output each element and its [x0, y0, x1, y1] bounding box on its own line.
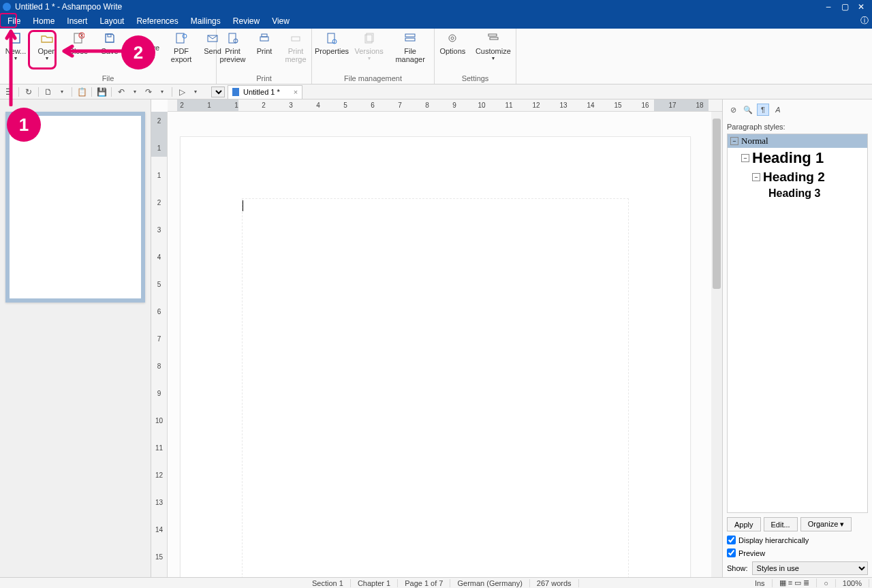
- pdf-export-button[interactable]: PDF export: [166, 29, 197, 74]
- qat-new-icon[interactable]: 🗋: [42, 86, 54, 98]
- options-button[interactable]: Options: [435, 29, 471, 74]
- app-logo-icon: [3, 3, 11, 11]
- menu-mailings[interactable]: Mailings: [185, 15, 227, 27]
- help-icon[interactable]: ⓘ: [858, 15, 871, 27]
- styles-side-panel: ⊘ 🔍 ¶ A Paragraph styles: − Normal − Hea…: [722, 99, 872, 578]
- chk-preview-input[interactable]: [727, 548, 736, 557]
- status-insert-mode[interactable]: Ins: [748, 579, 773, 587]
- qat-paste-icon[interactable]: 📋: [76, 86, 88, 98]
- svg-rect-0: [12, 33, 20, 43]
- status-language[interactable]: German (Germany): [450, 579, 529, 587]
- vertical-ruler[interactable]: 2112345678910111213141516: [151, 112, 168, 578]
- file-manager-label: File manager: [392, 47, 429, 63]
- qat-save-icon[interactable]: 💾: [95, 86, 108, 98]
- status-view-icons[interactable]: ▦ ≡ ▭ ≣: [773, 578, 818, 587]
- properties-button[interactable]: Properties: [312, 29, 352, 74]
- styles-list[interactable]: − Normal − Heading 1 − Heading 2 Heading…: [727, 134, 868, 513]
- qat-undo-icon[interactable]: ↶: [115, 86, 127, 98]
- options-label: Options: [439, 47, 465, 55]
- group-settings-label: Settings: [435, 74, 516, 84]
- menu-layout[interactable]: Layout: [93, 15, 130, 27]
- close-window-button[interactable]: ✕: [853, 2, 869, 12]
- horizontal-ruler[interactable]: 21123456789101112131415161718: [168, 99, 722, 112]
- tree-collapse-icon[interactable]: −: [741, 154, 749, 162]
- new-doc-icon: [9, 31, 22, 45]
- svg-point-18: [449, 35, 456, 42]
- qat-refresh-icon[interactable]: ↻: [22, 86, 35, 98]
- style-heading-3[interactable]: Heading 3: [728, 186, 867, 201]
- qat-dropdown-redo[interactable]: ▾: [156, 86, 168, 98]
- close-doc-button[interactable]: Close: [63, 29, 94, 74]
- style-label-h3: Heading 3: [768, 187, 820, 200]
- svg-rect-10: [262, 34, 267, 37]
- style-heading-2[interactable]: − Heading 2: [728, 168, 867, 186]
- display-hierarchically-checkbox[interactable]: Display hierarchically: [727, 536, 868, 544]
- new-button[interactable]: New... ▾: [0, 29, 31, 74]
- style-heading-1[interactable]: − Heading 1: [728, 148, 867, 168]
- svg-rect-11: [292, 37, 300, 41]
- open-button[interactable]: Open ▾: [31, 29, 63, 74]
- menu-home[interactable]: Home: [27, 15, 61, 27]
- show-label: Show:: [727, 564, 748, 572]
- properties-label: Properties: [315, 47, 349, 55]
- para-styles-icon[interactable]: ¶: [757, 104, 769, 116]
- svg-rect-16: [405, 34, 415, 37]
- tree-collapse-icon[interactable]: −: [752, 173, 760, 181]
- document-page[interactable]: [180, 136, 691, 578]
- preview-checkbox[interactable]: Preview: [727, 548, 868, 557]
- status-zoom-out[interactable]: ○: [817, 579, 836, 587]
- status-section[interactable]: Section 1: [305, 579, 351, 587]
- chk-hier-input[interactable]: [727, 536, 736, 544]
- group-print-label: Print: [217, 74, 311, 84]
- organize-styles-button[interactable]: Organize ▾: [800, 517, 852, 531]
- page-canvas[interactable]: [168, 112, 722, 578]
- menu-review[interactable]: Review: [227, 15, 266, 27]
- svg-rect-9: [260, 37, 268, 41]
- qat-style-select[interactable]: [211, 87, 225, 97]
- menu-file[interactable]: File: [1, 15, 27, 27]
- qat-pane-toggle-icon[interactable]: ☰: [3, 86, 15, 98]
- qat-dropdown-1[interactable]: ▾: [56, 86, 68, 98]
- maximize-button[interactable]: ▢: [837, 2, 853, 12]
- status-zoom[interactable]: 100%: [836, 579, 869, 587]
- style-normal[interactable]: − Normal: [728, 134, 867, 148]
- apply-style-button[interactable]: Apply: [727, 517, 761, 531]
- qat-redo-icon[interactable]: ↷: [142, 86, 155, 98]
- menu-insert[interactable]: Insert: [61, 15, 93, 27]
- qat-dropdown-2[interactable]: ▾: [189, 86, 202, 98]
- tree-collapse-icon[interactable]: −: [730, 137, 738, 145]
- qat-dropdown-undo[interactable]: ▾: [129, 86, 141, 98]
- status-word-count[interactable]: 267 words: [530, 579, 579, 587]
- new-label: New...: [5, 47, 27, 55]
- document-tab-close-icon[interactable]: ×: [294, 88, 298, 96]
- status-chapter[interactable]: Chapter 1: [351, 579, 398, 587]
- customize-button[interactable]: Customize ▾: [471, 29, 516, 74]
- no-style-icon[interactable]: ⊘: [727, 104, 739, 116]
- print-button[interactable]: Print: [249, 29, 280, 74]
- minimize-button[interactable]: –: [820, 2, 837, 12]
- print-preview-button[interactable]: Print preview: [217, 29, 249, 74]
- svg-rect-17: [405, 38, 415, 41]
- menu-references[interactable]: References: [130, 15, 184, 27]
- versions-button: Versions ▾: [352, 29, 386, 74]
- print-merge-button: Print merge: [280, 29, 311, 74]
- show-styles-select[interactable]: Styles in use: [752, 561, 868, 575]
- save-button[interactable]: Save: [94, 29, 125, 74]
- print-preview-icon: [226, 31, 240, 45]
- save-as-button[interactable]: Save as: [127, 45, 164, 59]
- gear-icon: [446, 31, 459, 45]
- doc-tab-icon: [232, 88, 239, 96]
- char-styles-icon[interactable]: A: [772, 104, 784, 116]
- search-icon[interactable]: 🔍: [742, 104, 754, 116]
- edit-style-button[interactable]: Edit...: [764, 517, 798, 531]
- document-tab[interactable]: Untitled 1 * ×: [228, 85, 302, 99]
- title-bar: Untitled 1 * - Ashampoo Write – ▢ ✕: [0, 0, 872, 14]
- document-area: 21123456789101112131415161718 2112345678…: [151, 99, 722, 578]
- vertical-scrollbar[interactable]: [711, 112, 722, 578]
- page-thumbnail[interactable]: [5, 112, 145, 303]
- file-manager-button[interactable]: File manager: [386, 29, 434, 74]
- qat-pointer-icon[interactable]: ▷: [176, 86, 188, 98]
- scrollbar-thumb[interactable]: [713, 119, 721, 289]
- menu-view[interactable]: View: [266, 15, 296, 27]
- status-page[interactable]: Page 1 of 7: [398, 579, 450, 587]
